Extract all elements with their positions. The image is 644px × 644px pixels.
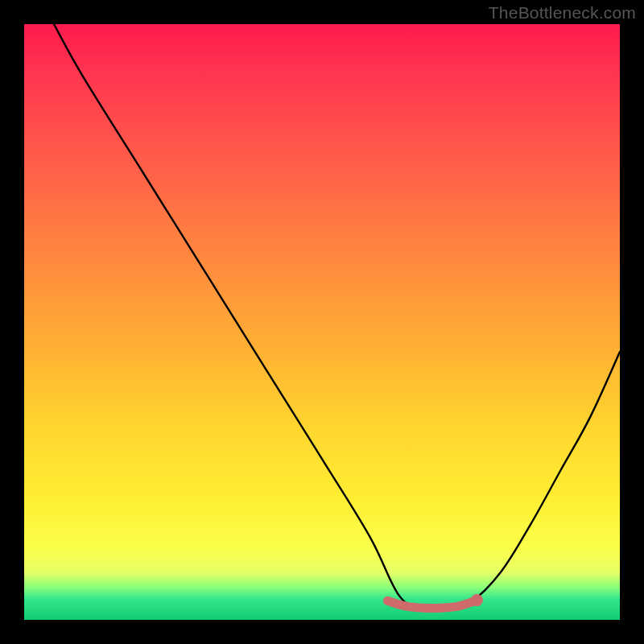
chart-svg	[24, 24, 620, 620]
trough-marker-path	[387, 601, 477, 609]
trough-end-dot	[471, 594, 483, 606]
chart-frame: TheBottleneck.com	[0, 0, 644, 644]
watermark-text: TheBottleneck.com	[489, 3, 636, 23]
plot-area	[24, 24, 620, 620]
bottleneck-curve-path	[54, 24, 620, 609]
